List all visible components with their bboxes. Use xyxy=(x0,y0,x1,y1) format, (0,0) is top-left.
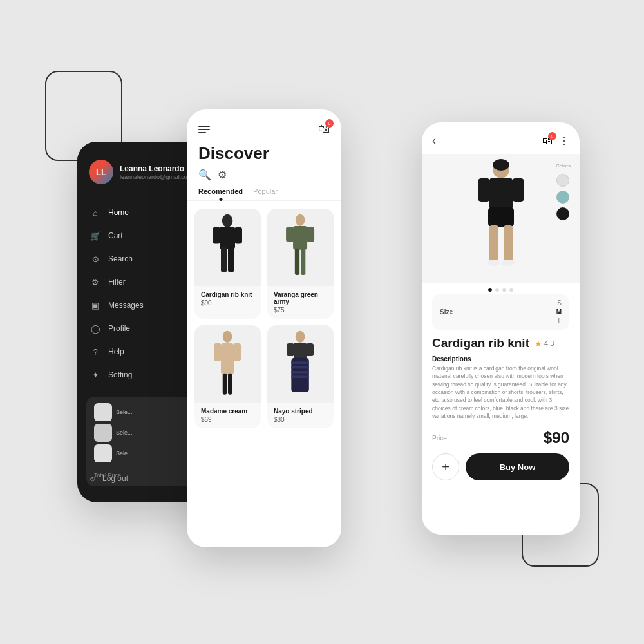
phone-discover: 🛍 0 Discover 🔍 ⚙ Recomended Popular xyxy=(187,109,341,547)
svg-rect-32 xyxy=(488,207,514,227)
hamburger-menu[interactable] xyxy=(198,126,210,133)
product-img-madame xyxy=(207,328,248,399)
svg-rect-11 xyxy=(301,249,305,275)
menu-label-filter: Filter xyxy=(108,278,126,287)
product-name-4: Nayo striped xyxy=(274,408,327,415)
size-heading: Size xyxy=(440,308,453,316)
menu-label-profile: Profile xyxy=(108,324,130,333)
tab-popular[interactable]: Popular xyxy=(253,187,278,200)
search-filter-row: 🔍 ⚙ xyxy=(187,169,341,181)
color-swatches: Colors xyxy=(556,163,571,220)
svg-rect-8 xyxy=(287,227,294,242)
svg-rect-31 xyxy=(512,178,524,202)
svg-rect-19 xyxy=(294,343,307,359)
svg-rect-24 xyxy=(292,375,309,378)
avatar: LL xyxy=(89,160,113,184)
product-price-2: $75 xyxy=(274,307,327,314)
menu-label-help: Help xyxy=(108,347,124,356)
svg-rect-22 xyxy=(292,366,309,369)
product-price-4: $80 xyxy=(274,416,327,423)
detail-figure-svg xyxy=(469,157,533,283)
svg-rect-30 xyxy=(478,178,490,202)
rating-value: 4.3 xyxy=(544,339,554,347)
cart-icon: 🛒 xyxy=(90,231,100,241)
cart-thumb-2 xyxy=(94,424,112,442)
products-grid: Cardigan rib knit $90 V xyxy=(187,209,341,428)
tab-recommended[interactable]: Recomended xyxy=(198,187,243,200)
svg-point-36 xyxy=(502,260,515,266)
size-s[interactable]: S xyxy=(557,299,562,307)
svg-rect-9 xyxy=(307,227,315,242)
color-swatch-teal[interactable] xyxy=(556,191,569,204)
size-m[interactable]: M xyxy=(556,308,562,316)
home-icon: ⌂ xyxy=(90,207,100,218)
filter-icon-mid[interactable]: ⚙ xyxy=(218,169,227,181)
product-card-2[interactable]: Varanga green army $75 xyxy=(267,209,334,319)
svg-rect-15 xyxy=(234,343,242,361)
product-img-nayo xyxy=(279,328,321,399)
menu-label-search: Search xyxy=(108,254,133,263)
colors-label: Colors xyxy=(556,163,571,169)
back-button[interactable]: ‹ xyxy=(432,134,436,147)
phone-detail: ‹ 🛍 0 ⋮ xyxy=(422,122,580,535)
menu-label-messages: Messages xyxy=(108,301,144,310)
svg-point-35 xyxy=(488,260,500,266)
menu-label-setting: Setting xyxy=(108,370,132,379)
description-section: Descriptions Cardigan rib knit is a card… xyxy=(422,352,580,424)
more-icon[interactable]: ⋮ xyxy=(559,135,569,147)
product-name-1: Cardigan rib knit xyxy=(201,291,254,298)
svg-rect-21 xyxy=(292,361,309,364)
size-l[interactable]: L xyxy=(558,317,562,325)
svg-rect-34 xyxy=(504,225,513,261)
img-dot-3 xyxy=(502,288,506,292)
detail-product-image: Colors xyxy=(422,154,580,283)
product-img-varanga xyxy=(279,212,321,283)
svg-point-12 xyxy=(223,331,232,343)
product-img-cardigan-black xyxy=(207,212,248,283)
help-icon: ? xyxy=(90,346,100,357)
description-text: Cardigan rib knit is a cardigan from the… xyxy=(432,365,569,420)
setting-icon: ✦ xyxy=(90,370,100,380)
product-card-3[interactable]: Madame cream $69 xyxy=(194,325,261,428)
search-icon-mid[interactable]: 🔍 xyxy=(198,169,211,181)
product-name-3: Madame cream xyxy=(201,408,254,415)
buy-row: + Buy Now xyxy=(422,450,580,491)
cart-badge-wrap[interactable]: 🛍 0 xyxy=(318,122,330,136)
menu-label-home: Home xyxy=(108,208,129,217)
svg-rect-5 xyxy=(228,247,234,272)
color-swatch-white[interactable] xyxy=(556,174,569,187)
color-swatch-black[interactable] xyxy=(556,207,569,220)
cart-count-badge: 0 xyxy=(325,119,334,128)
buy-now-button[interactable]: Buy Now xyxy=(466,453,569,480)
detail-cart-wrap[interactable]: 🛍 0 xyxy=(542,135,553,147)
product-card-4[interactable]: Nayo striped $80 xyxy=(267,325,334,428)
product-detail-title: Cardigan rib knit xyxy=(432,336,529,350)
cart-thumb-3 xyxy=(94,444,112,462)
svg-rect-4 xyxy=(221,247,227,272)
product-card-1[interactable]: Cardigan rib knit $90 xyxy=(194,209,261,319)
svg-rect-7 xyxy=(294,226,308,250)
search-icon: ⊙ xyxy=(90,254,100,264)
img-dot-4 xyxy=(509,288,513,292)
detail-cart-badge: 0 xyxy=(548,132,556,140)
svg-rect-2 xyxy=(213,227,221,244)
svg-rect-29 xyxy=(489,178,513,210)
logout-label: Log out xyxy=(102,474,128,483)
price-label: Price xyxy=(432,435,447,442)
svg-point-28 xyxy=(493,159,509,171)
svg-point-0 xyxy=(222,214,232,227)
svg-rect-17 xyxy=(228,374,232,395)
svg-rect-33 xyxy=(489,225,498,261)
svg-rect-10 xyxy=(295,249,299,275)
price-section: Price $90 xyxy=(422,424,580,450)
svg-rect-25 xyxy=(287,343,294,356)
img-dot-1 xyxy=(488,288,492,292)
add-to-cart-button[interactable]: + xyxy=(432,453,459,480)
size-section: Size S M L xyxy=(432,294,569,330)
messages-icon: ▣ xyxy=(90,300,100,310)
product-title-row: Cardigan rib knit ★ 4.3 xyxy=(422,330,580,352)
price-value: $90 xyxy=(544,429,569,447)
svg-point-18 xyxy=(296,331,305,343)
menu-label-cart: Cart xyxy=(108,231,123,240)
product-price-1: $90 xyxy=(201,299,254,307)
